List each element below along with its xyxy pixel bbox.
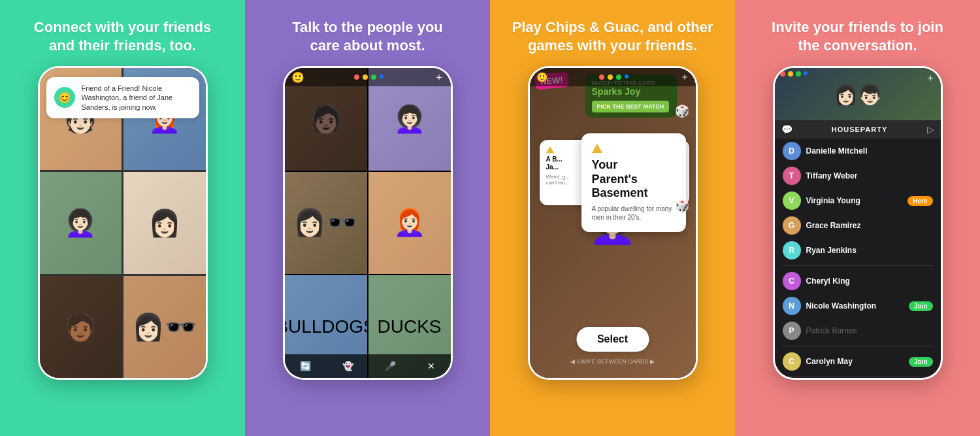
triangle-left <box>546 146 554 153</box>
white-card-desc: A popular dwelling for many men in their… <box>592 205 676 222</box>
avatar-cm: C <box>783 352 801 371</box>
notif-text: Friend of a Friend! Nicole Washington, a… <box>82 84 191 112</box>
game-dot-y <box>608 75 613 80</box>
avatar-pb: P <box>783 322 801 340</box>
video-cell-2-4: 👩🏻‍🦰 <box>368 172 451 275</box>
refresh-icon[interactable]: 🔄 <box>300 361 311 371</box>
friend-list-screen: 👩🏻👦🏻 ＋ 💬 HOUSEPARTY ▷ <box>775 68 941 378</box>
avatar-ck: C <box>783 272 801 290</box>
dot-yellow <box>363 75 368 80</box>
p4-dot-b <box>804 71 808 75</box>
dice-icon-2: 🎲 <box>675 199 689 213</box>
avatar-vy1: V <box>783 192 801 210</box>
panel-1: Connect with your friendsand their frien… <box>0 0 245 436</box>
plus-icon-p3[interactable]: ＋ <box>680 71 689 83</box>
face-2-4: 👩🏻‍🦰 <box>368 172 451 275</box>
game-dot-b <box>625 75 629 78</box>
white-card-title: YourParent'sBasement <box>592 158 676 201</box>
houseparty-label: HOUSEPARTY <box>792 126 927 133</box>
swipe-hint: ◀ SWIPE BETWEEN CARDS ▶ <box>570 358 655 365</box>
avatar-rj: R <box>783 241 801 260</box>
phone-2: 🙂 ＋ 🧑🏿 👩🏻‍🦱 👩🏻‍🕶 👩🏻‍🦰 <box>283 66 453 380</box>
pick-btn[interactable]: PICK THE BEST MATCH <box>592 101 670 112</box>
video-cell-6: 👩🏻‍🕶 <box>123 276 206 378</box>
face-2-3: 👩🏻‍🕶 <box>285 172 367 275</box>
avatar-tw: T <box>783 167 801 185</box>
fl-top-bar: 💬 HOUSEPARTY ▷ <box>775 120 941 139</box>
avatar-nw: N <box>783 297 801 315</box>
friend-ryan-jenkins: R Ryan Jenkins <box>775 238 941 263</box>
message-icon[interactable]: 💬 <box>781 124 792 135</box>
dice-icon-1: 🎲 <box>675 104 689 118</box>
divider-1 <box>783 265 933 266</box>
game-dot-g <box>616 75 621 80</box>
p4-dots <box>780 71 808 76</box>
name-gr: Grace Ramirez <box>806 221 933 230</box>
dot-green <box>371 75 376 80</box>
panel-1-title: Connect with your friendsand their frien… <box>34 18 211 54</box>
match-title: Sparks Joy <box>592 86 670 97</box>
video-cell-4: 👩🏻 <box>123 172 206 274</box>
match-pick-row: PICK THE BEST MATCH <box>592 98 670 112</box>
name-ck: Cheryl King <box>806 277 933 286</box>
friend-cheryl-king: C Cheryl King <box>775 269 941 293</box>
phone-4: 👩🏻👦🏻 ＋ 💬 HOUSEPARTY ▷ <box>773 66 943 380</box>
send-icon[interactable]: ▷ <box>927 124 934 135</box>
plus-icon-p2[interactable]: ＋ <box>434 71 444 84</box>
mic-icon[interactable]: 🎤 <box>385 361 396 371</box>
video-cell-5: 🧑🏾 <box>40 276 122 378</box>
white-card-main: YourParent'sBasement A popular dwelling … <box>581 133 686 232</box>
fl-header-video: 👩🏻👦🏻 ＋ <box>775 68 941 120</box>
divider-2 <box>783 346 933 346</box>
video-cell-3: 👩🏻‍🦱 <box>40 172 122 274</box>
x-icon[interactable]: ✕ <box>427 361 435 371</box>
emoji-icon-p2: 🙂 <box>291 71 304 84</box>
panel-4-title: Invite your friends to jointhe conversat… <box>772 18 943 54</box>
panel-4: Invite your friends to jointhe conversat… <box>735 0 980 436</box>
card-triangle <box>592 144 602 153</box>
video-cell-2-3: 👩🏻‍🕶 <box>285 172 367 275</box>
name-nw: Nicole Washington <box>806 301 904 310</box>
panel-3-title: Play Chips & Guac, and othergames with y… <box>512 18 713 54</box>
friend-tiffany-weber: T Tiffany Weber <box>775 163 941 188</box>
game-screen: 👩🏻‍🦱 🙂 ＋ NEW! MATCH TO THIS CARD Sparks … <box>530 68 696 378</box>
friend-nicole-washington: N Nicole Washington Join <box>775 293 941 318</box>
face-4: 👩🏻 <box>123 172 206 274</box>
name-tw: Tiffany Weber <box>806 171 933 180</box>
p4-dot-r <box>780 71 785 76</box>
phone2-bottom-bar: 🔄 👻 🎤 ✕ <box>285 354 451 378</box>
plus-icon-p4[interactable]: ＋ <box>925 71 936 85</box>
avatar-dm1: D <box>783 142 801 160</box>
avatar-gr: G <box>783 216 801 235</box>
ghost-icon[interactable]: 👻 <box>342 361 353 371</box>
friend-carolyn-may: C Carolyn May Join <box>775 349 941 374</box>
badge-join-cm[interactable]: Join <box>909 357 933 367</box>
name-pb: Patrick Barnes <box>806 326 857 335</box>
emoji-icon-p3: 🙂 <box>536 72 547 82</box>
panel-2: Talk to the people youcare about most. 🙂… <box>245 0 490 436</box>
phone2-header: 🙂 ＋ <box>285 68 451 86</box>
video-grid-2: 🧑🏿 👩🏻‍🦱 👩🏻‍🕶 👩🏻‍🦰 BULLDOGS DUCKS <box>285 68 451 378</box>
phone-1: 😊 Friend of a Friend! Nicole Washington,… <box>38 66 208 380</box>
p4-dot-y <box>788 71 793 76</box>
badge-here-vy: Here <box>907 196 932 206</box>
face-3: 👩🏻‍🦱 <box>40 172 122 274</box>
p4-dot-g <box>796 71 801 76</box>
name-cm: Carolyn May <box>806 357 904 366</box>
phone-3: 👩🏻‍🦱 🙂 ＋ NEW! MATCH TO THIS CARD Sparks … <box>528 66 698 380</box>
notif-icon: 😊 <box>54 87 75 108</box>
dots-container <box>354 75 384 80</box>
notification-bar: 😊 Friend of a Friend! Nicole Washington,… <box>46 77 199 118</box>
select-button[interactable]: Select <box>576 327 649 352</box>
dot-red <box>354 75 359 80</box>
name-vy1: Virginia Young <box>806 196 903 205</box>
face-6: 👩🏻‍🕶 <box>123 276 206 378</box>
panel-3: Play Chips & Guac, and othergames with y… <box>490 0 735 436</box>
game-header: 🙂 ＋ <box>530 68 696 86</box>
badge-join-nw[interactable]: Join <box>909 301 933 311</box>
panel-2-title: Talk to the people youcare about most. <box>292 18 443 54</box>
divider-3 <box>783 377 933 377</box>
friend-patrick-barnes: P Patrick Barnes <box>775 318 941 343</box>
face-5: 🧑🏾 <box>40 276 122 378</box>
friend-list-scroll[interactable]: D Danielle Mitchell T Tiffany Weber V Vi… <box>775 139 941 378</box>
